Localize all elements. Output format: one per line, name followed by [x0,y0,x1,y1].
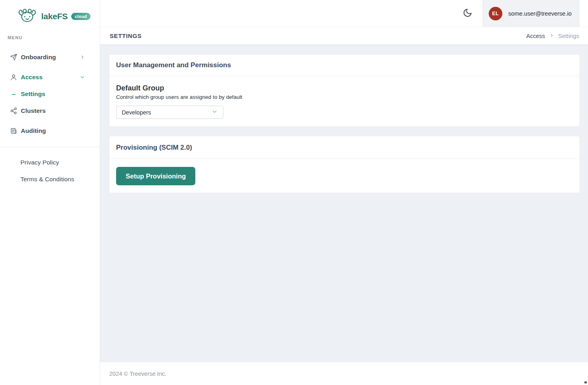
card-title: User Management and Permissions [110,55,579,76]
top-header: EL some.user@treeverse.io [100,0,588,27]
default-group-description: Control which group users are assigned t… [116,94,573,100]
menu-section-label: MENU [8,35,100,40]
content-area: User Management and Permissions Default … [100,45,588,362]
chevron-down-icon [80,74,85,80]
chevron-right-icon [80,54,85,60]
app-root: lakeFS cloud MENU Onboarding Access [0,0,588,385]
card-body: Setup Provisioning [110,159,579,192]
default-group-select[interactable]: Developers [116,106,223,119]
privacy-policy-link[interactable]: Privacy Policy [0,154,100,171]
chevron-down-icon [211,108,218,116]
card-title: Provisioning (SCIM 2.0) [110,136,579,159]
sidebar-item-label: Clusters [21,107,46,114]
sidebar-item-clusters[interactable]: Clusters [0,102,100,119]
page-footer: 2024 © Treeverse Inc. [100,362,588,385]
sidebar-item-access[interactable]: Access [0,69,100,86]
breadcrumb-chevron-icon [549,32,554,40]
sidebar-item-label: Settings [21,90,45,98]
avatar: EL [489,7,502,20]
provisioning-card: Provisioning (SCIM 2.0) Setup Provisioni… [109,136,580,193]
select-value: Developers [122,109,151,116]
default-group-heading: Default Group [116,84,573,92]
sidebar-footer-links: Privacy Policy Terms & Conditions [0,154,100,188]
sidebar-divider [0,147,100,147]
copyright-text: 2024 © Treeverse Inc. [109,371,167,377]
user-icon [10,73,18,81]
moon-icon [463,8,472,19]
axolotl-logo-icon [17,8,38,25]
sidebar-item-settings[interactable]: – Settings [0,86,100,102]
setup-provisioning-button[interactable]: Setup Provisioning [116,167,195,185]
cluster-icon [10,107,18,115]
sidebar-item-onboarding[interactable]: Onboarding [0,49,100,66]
sidebar-item-label: Onboarding [21,54,56,61]
user-menu[interactable]: EL some.user@treeverse.io [482,0,580,27]
user-management-card: User Management and Permissions Default … [109,54,580,126]
sidebar-item-auditing[interactable]: Auditing [0,122,100,139]
sidebar-item-label: Access [21,74,42,81]
main-area: EL some.user@treeverse.io SETTINGS Acces… [100,0,588,385]
sidebar-nav: Onboarding Access – Settings [0,49,100,139]
user-email: some.user@treeverse.io [508,10,572,17]
breadcrumb-settings: Settings [558,33,579,39]
dark-mode-toggle[interactable] [460,6,476,22]
cloud-badge: cloud [71,13,90,20]
page-title: SETTINGS [110,32,142,39]
brand-logo[interactable]: lakeFS cloud [0,0,100,26]
audit-icon [10,127,18,135]
breadcrumb-access[interactable]: Access [526,33,545,39]
resize-grip [584,381,587,383]
page-header-bar: SETTINGS Access Settings [100,27,588,45]
sidebar-item-label: Auditing [21,127,46,134]
dash-icon: – [10,90,18,98]
brand-name: lakeFS [41,12,68,21]
terms-conditions-link[interactable]: Terms & Conditions [0,171,100,188]
card-body: Default Group Control which group users … [110,76,579,126]
breadcrumb: Access Settings [526,32,579,40]
sidebar: lakeFS cloud MENU Onboarding Access [0,0,100,385]
send-icon [10,53,18,61]
